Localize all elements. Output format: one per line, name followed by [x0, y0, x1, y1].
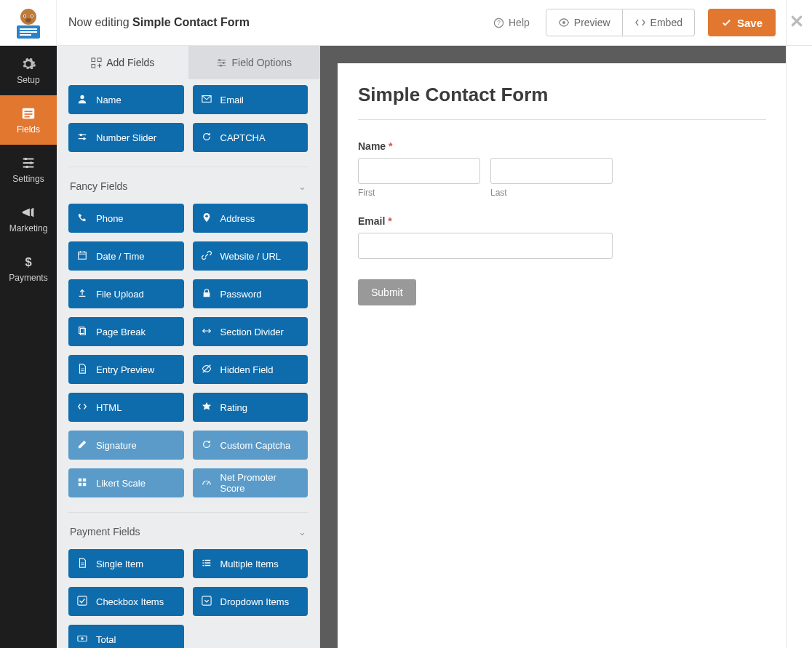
name-label: Name * [358, 140, 766, 152]
rail-label: Settings [12, 174, 44, 184]
svg-rect-9 [20, 34, 31, 36]
field-label: Phone [96, 213, 124, 224]
svg-rect-39 [83, 482, 86, 485]
field-page-break[interactable]: Page Break [68, 317, 184, 346]
section-payment-fields[interactable]: Payment Fields⌄ [68, 512, 308, 542]
section-fancy-fields[interactable]: Fancy Fields⌄ [68, 167, 308, 196]
field-website-url[interactable]: Website / URL [193, 241, 309, 271]
name-row: First Last [358, 158, 766, 198]
field-label: Custom Captcha [220, 440, 291, 451]
sidebar-body[interactable]: NameEmailNumber SliderCAPTCHAFancy Field… [57, 79, 319, 648]
field-custom-captcha[interactable]: Custom Captcha [193, 431, 309, 460]
field-likert-scale[interactable]: Likert Scale [68, 468, 184, 497]
phone-icon [77, 212, 89, 225]
field-file-upload[interactable]: File Upload [68, 279, 184, 308]
field-number-slider[interactable]: Number Slider [68, 123, 184, 152]
rail-item-payments[interactable]: $Payments [0, 244, 57, 293]
svg-point-12 [562, 21, 565, 24]
field-total[interactable]: Total [68, 625, 184, 648]
field-dropdown-items[interactable]: Dropdown Items [193, 587, 309, 616]
last-name-input[interactable] [490, 158, 613, 184]
field-entry-preview[interactable]: Entry Preview [68, 355, 184, 384]
field-label: CAPTCHA [220, 132, 266, 143]
rail-item-setup[interactable]: Setup [0, 46, 57, 95]
sliders-icon [77, 132, 89, 144]
close-button[interactable] [790, 13, 803, 32]
svg-point-24 [218, 59, 220, 61]
field-label: HTML [96, 402, 122, 413]
marketing-icon [20, 204, 36, 220]
field-date-time[interactable]: Date / Time [68, 241, 184, 271]
rail-item-settings[interactable]: Settings [0, 145, 57, 194]
field-label: Rating [220, 402, 248, 413]
rail-label: Setup [17, 75, 39, 85]
sidebar-tabs: Add Fields Field Options [57, 46, 319, 79]
field-email[interactable]: Email [193, 85, 309, 114]
rail-item-marketing[interactable]: Marketing [0, 194, 57, 244]
name-label-text: Name [358, 140, 386, 152]
field-label: Net Promoter Score [220, 472, 300, 494]
field-rating[interactable]: Rating [193, 393, 309, 422]
help-button[interactable]: ? Help [493, 17, 530, 28]
plus-grid-icon [90, 57, 102, 68]
field-hidden-field[interactable]: Hidden Field [193, 355, 309, 384]
embed-label: Embed [650, 17, 682, 28]
field-address[interactable]: Address [193, 204, 309, 233]
field-signature[interactable]: Signature [68, 431, 184, 460]
chevron-down-icon: ⌄ [298, 527, 306, 537]
svg-point-27 [80, 95, 84, 98]
field-label: Single Item [96, 559, 143, 569]
embed-button[interactable]: Embed [623, 9, 695, 36]
field-label: Multiple Items [220, 559, 279, 569]
field-name[interactable]: Name [68, 85, 184, 114]
rail-item-fields[interactable]: Fields [0, 95, 57, 145]
pin-icon [202, 212, 213, 225]
field-section-divider[interactable]: Section Divider [193, 317, 309, 346]
upload-icon [77, 288, 89, 300]
tab-field-options[interactable]: Field Options [188, 46, 320, 79]
field-captcha[interactable]: CAPTCHA [193, 123, 309, 152]
app-logo[interactable] [11, 5, 46, 40]
field-label: Email [220, 95, 244, 105]
field-net-promoter-score[interactable]: Net Promoter Score [193, 468, 309, 497]
required-mark: * [389, 140, 392, 152]
field-label: Checkbox Items [96, 596, 164, 607]
tab-add-label: Add Fields [106, 57, 154, 68]
arrows-icon [202, 326, 213, 338]
settings-icon [20, 155, 36, 171]
chevron-down-icon: ⌄ [298, 181, 306, 192]
field-label: Address [220, 213, 255, 224]
first-name-input[interactable] [358, 158, 480, 184]
topbar: Now editing Simple Contact Form ? Help P… [0, 0, 812, 46]
field-html[interactable]: HTML [68, 393, 184, 422]
field-multiple-items[interactable]: Multiple Items [193, 549, 309, 578]
tab-add-fields[interactable]: Add Fields [57, 46, 188, 79]
header-title: Now editing Simple Contact Form [57, 16, 493, 29]
field-checkbox-items[interactable]: Checkbox Items [68, 587, 184, 616]
email-input[interactable] [358, 233, 613, 259]
field-phone[interactable]: Phone [68, 204, 184, 233]
save-button[interactable]: Save [708, 9, 776, 36]
submit-button[interactable]: Submit [358, 279, 416, 305]
svg-rect-15 [25, 113, 33, 115]
form-title: Simple Contact Form [358, 84, 766, 120]
canvas-wrap: Simple Contact Form Name * First Last Em… [320, 46, 786, 648]
doc-icon [77, 364, 89, 376]
help-icon: ? [493, 17, 504, 28]
setup-icon [20, 56, 36, 72]
nav-rail: SetupFieldsSettingsMarketing$Payments [0, 46, 57, 648]
field-password[interactable]: Password [193, 279, 309, 308]
rail-label: Fields [17, 124, 40, 135]
preview-button[interactable]: Preview [546, 9, 623, 36]
refresh-icon [202, 439, 213, 452]
help-label: Help [509, 17, 530, 28]
rail-label: Marketing [9, 223, 48, 233]
field-label: Name [96, 95, 122, 105]
field-single-item[interactable]: Single Item [68, 549, 184, 578]
email-label: Email * [358, 215, 766, 227]
form-canvas[interactable]: Simple Contact Form Name * First Last Em… [338, 63, 786, 648]
svg-point-4 [31, 15, 33, 17]
field-label: Entry Preview [96, 364, 154, 375]
calendar-icon [77, 250, 89, 263]
money-icon [77, 633, 89, 646]
